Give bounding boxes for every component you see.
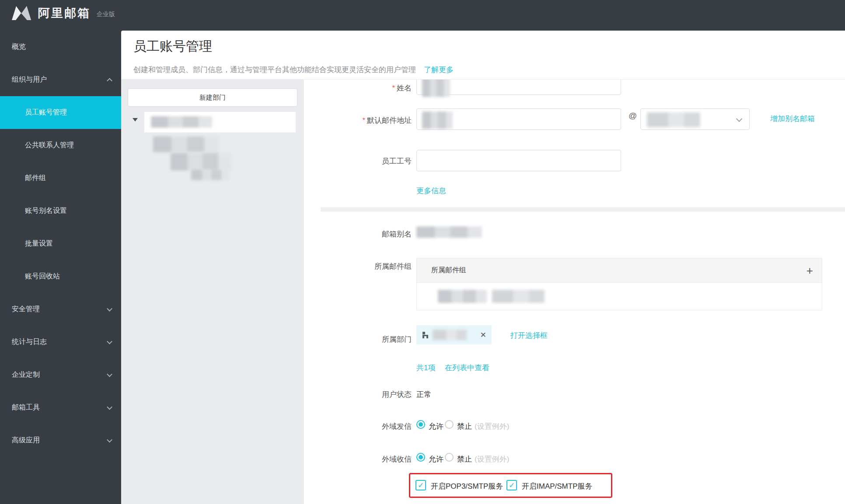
redacted-name-value: [422, 80, 450, 97]
sidebar-item-label: 统计与日志: [0, 337, 47, 347]
mail-groups-box-header: 所属邮件组 +: [417, 258, 822, 283]
check-icon: ✓: [509, 481, 515, 490]
section-divider: [321, 207, 845, 212]
remove-department-icon[interactable]: ✕: [480, 330, 486, 340]
name-input[interactable]: [416, 80, 621, 95]
view-in-list-link[interactable]: 在列表中查看: [445, 363, 489, 373]
sidebar-item-label: 组织与用户: [0, 75, 47, 84]
outbound-label: 外域发信: [304, 421, 412, 431]
imap-smtp-label: 开启IMAP/SMTP服务: [522, 481, 593, 491]
outbound-allow-label: 允许: [429, 421, 443, 431]
imap-smtp-checkbox[interactable]: ✓: [506, 480, 517, 490]
redacted-alias-value: [416, 226, 482, 238]
new-department-button[interactable]: 新建部门: [128, 88, 297, 107]
sidebar-item-label: 高级应用: [0, 436, 40, 445]
sidebar-item-0[interactable]: 概览: [0, 31, 121, 63]
brand-edition: 企业版: [97, 10, 115, 18]
add-alias-link[interactable]: 增加别名邮箱: [770, 114, 815, 124]
pop3-smtp-checkbox[interactable]: ✓: [416, 480, 426, 490]
sidebar-item-label: 概览: [0, 42, 26, 52]
app-logo: 阿里邮箱 企业版: [11, 4, 115, 22]
chevron-down-icon: [107, 306, 112, 311]
mailbox-alias-label: 邮箱别名: [304, 229, 412, 239]
check-icon: ✓: [418, 481, 424, 490]
sidebar-item-label: 安全管理: [0, 305, 40, 314]
sidebar-item-label: 邮件组: [0, 174, 46, 183]
mail-groups-label: 所属邮件组: [304, 261, 412, 271]
inbound-label: 外域收信: [304, 454, 412, 464]
employee-id-input[interactable]: [416, 150, 621, 171]
sidebar-item-label: 邮箱工具: [0, 403, 40, 412]
sidebar-item-1[interactable]: 组织与用户: [0, 63, 121, 96]
sidebar-item-4[interactable]: 邮件组: [0, 162, 121, 195]
org-chart-icon: [422, 331, 429, 338]
sidebar-item-label: 批量设置: [0, 239, 53, 248]
user-status-label: 用户状态: [304, 389, 412, 400]
chevron-up-icon: [107, 78, 112, 83]
chevron-down-icon: [107, 404, 112, 410]
inbound-allow-radio[interactable]: [416, 453, 425, 462]
sidebar-item-label: 公共联系人管理: [0, 141, 74, 150]
items-count-link[interactable]: 共1项: [416, 363, 435, 373]
name-label: *姓名: [304, 83, 412, 93]
sidebar-item-6[interactable]: 批量设置: [0, 227, 121, 260]
redacted-department-value: [433, 330, 467, 340]
sidebar-item-label: 企业定制: [0, 370, 40, 379]
department-tag: ✕: [416, 325, 492, 344]
open-selector-link[interactable]: 打开选择框: [510, 330, 548, 341]
alimail-logo-icon: [11, 5, 32, 21]
admin-console: 阿里邮箱 企业版 概览组织与用户员工账号管理公共联系人管理邮件组账号别名设置批量…: [0, 0, 845, 504]
sidebar-item-2[interactable]: 员工账号管理: [0, 96, 121, 129]
redacted-email-value: [422, 111, 453, 129]
inbound-forbid-radio[interactable]: [445, 453, 454, 462]
inbound-exception-label: (设置例外): [475, 454, 509, 464]
outbound-forbid-radio[interactable]: [445, 420, 454, 429]
default-email-label: *默认邮件地址: [304, 115, 412, 125]
sidebar-item-3[interactable]: 公共联系人管理: [0, 129, 121, 162]
redacted-tree-item: [153, 136, 219, 152]
sidebar-item-7[interactable]: 账号回收站: [0, 260, 121, 293]
redacted-tree-item: [171, 153, 232, 170]
learn-more-link[interactable]: 了解更多: [424, 65, 454, 75]
outbound-allow-radio[interactable]: [416, 420, 425, 429]
inbound-allow-label: 允许: [429, 454, 443, 464]
sidebar-nav: 概览组织与用户员工账号管理公共联系人管理邮件组账号别名设置批量设置账号回收站安全…: [0, 31, 121, 504]
sidebar-item-9[interactable]: 统计与日志: [0, 326, 121, 358]
more-info-link[interactable]: 更多信息: [416, 186, 446, 196]
inbound-forbid-label: 禁止: [457, 454, 472, 464]
email-local-part-input[interactable]: [416, 108, 621, 130]
required-mark: *: [392, 84, 395, 92]
chevron-down-icon: [107, 338, 112, 344]
department-panel: 新建部门: [121, 80, 304, 504]
pop3-smtp-label: 开启POP3/SMTP服务: [431, 481, 503, 491]
sidebar-item-10[interactable]: 企业定制: [0, 358, 121, 391]
redacted-department-name: [151, 116, 212, 128]
sidebar-item-11[interactable]: 邮箱工具: [0, 391, 121, 424]
user-status-value: 正常: [416, 389, 431, 400]
redacted-tree-item: [191, 170, 230, 180]
employee-id-label: 员工工号: [304, 156, 412, 166]
chevron-down-icon: [736, 116, 742, 122]
redacted-domain-value: [647, 112, 700, 127]
redacted-group-name: [492, 290, 545, 303]
at-sign: @: [629, 111, 637, 121]
outbound-exception-label: (设置例外): [475, 421, 509, 431]
mail-groups-box-title: 所属邮件组: [431, 266, 466, 275]
chevron-down-icon: [107, 371, 112, 377]
sidebar-item-label: 账号回收站: [0, 272, 60, 281]
sidebar-item-5[interactable]: 账号别名设置: [0, 195, 121, 227]
email-domain-select[interactable]: [640, 108, 750, 130]
outbound-forbid-label: 禁止: [457, 421, 472, 431]
chevron-down-icon: [107, 437, 112, 442]
employee-form: *姓名 *默认邮件地址 @ 增加别名邮箱 员工工号 更多信息 邮箱别名 所属邮件…: [304, 80, 845, 504]
tree-expand-icon[interactable]: [133, 118, 138, 122]
add-group-icon[interactable]: +: [807, 265, 813, 276]
department-tree-selected-row[interactable]: [144, 112, 296, 132]
sidebar-item-12[interactable]: 高级应用: [0, 424, 121, 457]
brand-name: 阿里邮箱: [38, 5, 91, 21]
sidebar-item-label: 员工账号管理: [0, 108, 67, 117]
mail-groups-box: 所属邮件组 +: [416, 258, 822, 310]
sidebar-item-8[interactable]: 安全管理: [0, 293, 121, 326]
sidebar-item-label: 账号别名设置: [0, 206, 67, 216]
page-title: 员工账号管理: [133, 38, 212, 56]
